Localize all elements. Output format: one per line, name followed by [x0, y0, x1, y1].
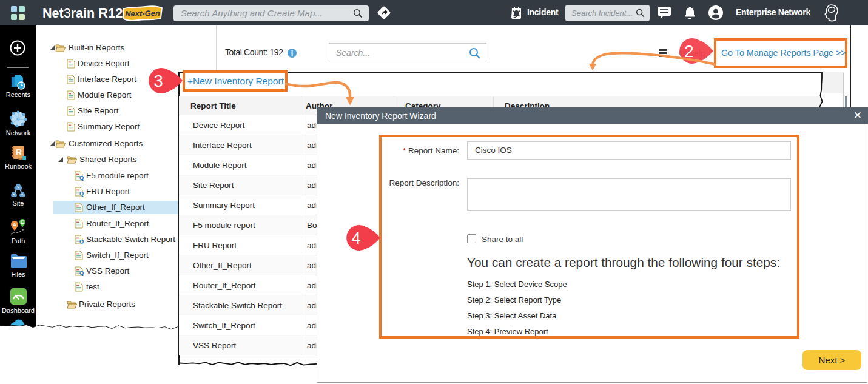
svg-text:?: ? [681, 49, 685, 56]
svg-text:Next-Gen: Next-Gen [125, 8, 160, 19]
